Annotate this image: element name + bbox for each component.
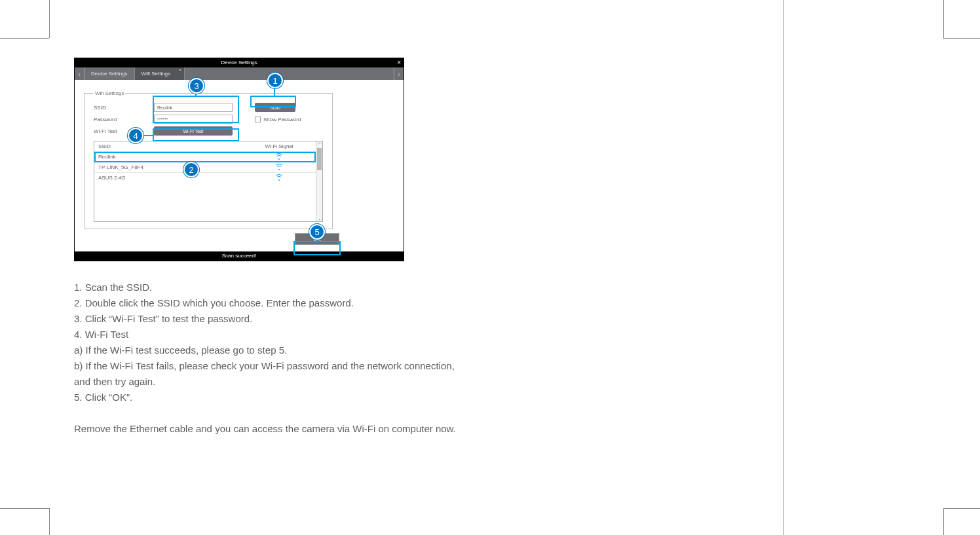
instruction-line: b) If the Wi-Fi Test fails, please check… bbox=[74, 358, 578, 373]
row-password: Password ****** Show Password bbox=[94, 115, 323, 124]
instruction-line: 2. Double click the SSID which you choos… bbox=[74, 295, 578, 310]
tab-wifi-settings[interactable]: Wifi Settings × bbox=[135, 67, 185, 80]
wifi-test-label: Wi-Fi Test bbox=[94, 128, 154, 134]
scan-button[interactable]: Scan bbox=[255, 103, 295, 112]
callout-2: 2 bbox=[183, 162, 199, 177]
content-area: 1 3 4 2 5 Wifi Settings SSID Reolink Sca… bbox=[75, 80, 404, 251]
wifi-test-button[interactable]: Wi-Fi Test bbox=[154, 126, 233, 136]
callout-1: 1 bbox=[267, 73, 283, 88]
cell-ssid: ASUS 2.4G bbox=[94, 175, 242, 181]
ssid-input[interactable]: Reolink bbox=[154, 103, 233, 112]
table-header: SSID Wi-Fi Signal bbox=[94, 141, 316, 152]
password-label: Password bbox=[94, 117, 154, 122]
ssid-label: SSID bbox=[94, 105, 154, 111]
col-signal: Wi-Fi Signal bbox=[242, 143, 316, 149]
scroll-up-icon[interactable]: ⌃ bbox=[316, 141, 322, 147]
row-ssid: SSID Reolink Scan bbox=[94, 103, 323, 112]
tab-next-icon[interactable]: › bbox=[394, 67, 404, 80]
fieldset-legend: Wifi Settings bbox=[94, 90, 125, 96]
tab-device-settings[interactable]: Device Settings bbox=[85, 67, 135, 80]
tab-label: Device Settings bbox=[91, 71, 128, 77]
table-row[interactable]: TP-LINK_5G_F8F4 bbox=[94, 162, 316, 173]
tab-prev-icon[interactable]: ‹ bbox=[75, 67, 85, 80]
status-bar: Scan succeed! bbox=[75, 251, 404, 261]
scroll-down-icon[interactable]: ⌄ bbox=[316, 215, 322, 221]
wifi-signal-icon bbox=[242, 164, 316, 172]
table-row[interactable]: ASUS 2.4G bbox=[94, 173, 316, 183]
settings-window: Device Settings × ‹ Device Settings Wifi… bbox=[74, 58, 404, 261]
wifi-signal-icon bbox=[242, 174, 316, 182]
callout-5: 5 bbox=[309, 224, 325, 240]
show-password-label: Show Password bbox=[263, 117, 301, 122]
col-ssid: SSID bbox=[94, 143, 242, 149]
instructions: 1. Scan the SSID. 2. Double click the SS… bbox=[74, 280, 578, 436]
instruction-line: 4. Wi-Fi Test bbox=[74, 327, 578, 342]
close-icon[interactable]: × bbox=[397, 58, 401, 67]
instruction-line: 1. Scan the SSID. bbox=[74, 280, 578, 295]
callout-3: 3 bbox=[189, 78, 204, 94]
show-password-checkbox[interactable] bbox=[255, 117, 261, 122]
cell-ssid: Reolink bbox=[94, 154, 242, 160]
instruction-line: a) If the Wi-Fi test succeeds, please go… bbox=[74, 342, 578, 358]
instruction-line: and then try again. bbox=[74, 374, 578, 389]
network-table: SSID Wi-Fi Signal Reolink TP-LINK_5G_F8F… bbox=[94, 141, 323, 222]
window-title: Device Settings bbox=[221, 60, 257, 65]
table-row[interactable]: Reolink bbox=[94, 152, 316, 162]
instruction-line: 3. Click “Wi-Fi Test” to test the passwo… bbox=[74, 311, 578, 326]
tab-label: Wifi Settings bbox=[141, 71, 170, 77]
window-titlebar: Device Settings × bbox=[75, 58, 404, 67]
wifi-settings-fieldset: Wifi Settings SSID Reolink Scan Password… bbox=[84, 90, 333, 229]
scrollbar[interactable]: ⌃ ⌄ bbox=[316, 141, 322, 221]
tab-close-icon[interactable]: × bbox=[178, 67, 181, 73]
instruction-line: 5. Click “OK”. bbox=[74, 390, 578, 405]
password-input[interactable]: ****** bbox=[154, 115, 233, 124]
tab-bar: ‹ Device Settings Wifi Settings × › bbox=[75, 67, 404, 80]
callout-4: 4 bbox=[128, 128, 143, 143]
wifi-signal-icon bbox=[242, 153, 316, 161]
scroll-thumb[interactable] bbox=[317, 148, 322, 170]
cell-ssid: TP-LINK_5G_F8F4 bbox=[94, 164, 242, 170]
instruction-line: Remove the Ethernet cable and you can ac… bbox=[74, 421, 578, 436]
